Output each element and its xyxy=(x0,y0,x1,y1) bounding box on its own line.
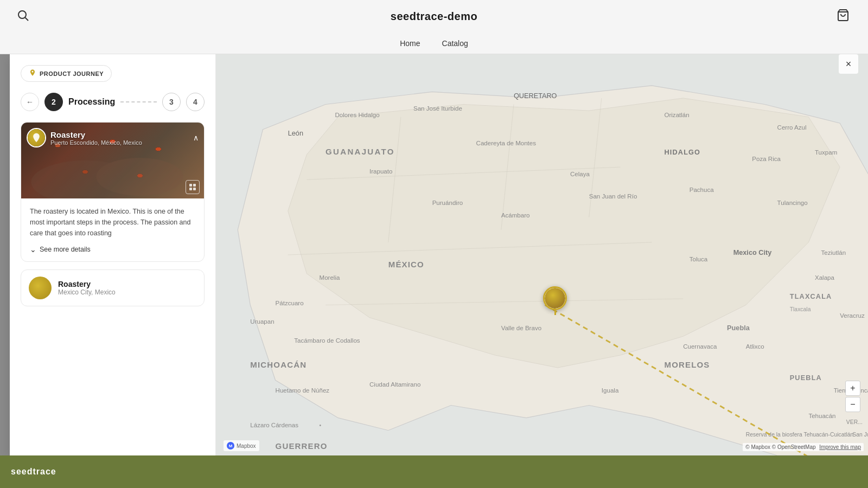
card-description: The roastery is located in Mexico. This … xyxy=(30,206,195,239)
step-2-number: 2 xyxy=(52,98,56,106)
svg-text:Cerro Azul: Cerro Azul xyxy=(777,124,807,131)
small-avatar xyxy=(29,277,52,299)
card-title: Roastery xyxy=(50,130,193,139)
svg-text:GUERRERO: GUERRERO xyxy=(276,441,328,451)
svg-text:Irapuato: Irapuato xyxy=(369,168,392,175)
zoom-in-button[interactable]: + xyxy=(845,381,860,396)
product-journey-modal: PRODUCT JOURNEY ← 2 Processing 3 4 xyxy=(10,54,868,455)
svg-text:Puruándiro: Puruándiro xyxy=(432,200,463,206)
svg-text:MICHOACÁN: MICHOACÁN xyxy=(250,360,307,369)
svg-line-1 xyxy=(25,18,29,21)
left-panel: PRODUCT JOURNEY ← 2 Processing 3 4 xyxy=(10,54,216,455)
mapbox-icon: M xyxy=(227,442,234,450)
product-journey-badge: PRODUCT JOURNEY xyxy=(21,65,112,82)
pin-icon xyxy=(29,69,36,78)
card-header: Roastery Puerto Escondido, México, Mexic… xyxy=(27,128,199,147)
svg-text:HIDALGO: HIDALGO xyxy=(664,148,700,156)
svg-text:Acámbaro: Acámbaro xyxy=(501,212,530,219)
svg-text:Ciudad Altamirano: Ciudad Altamirano xyxy=(369,381,420,388)
step-navigation: ← 2 Processing 3 4 xyxy=(21,93,205,111)
svg-text:Iguala: Iguala xyxy=(602,387,619,394)
step-4-number: 4 xyxy=(193,98,197,106)
expand-icon[interactable] xyxy=(186,180,200,194)
map-marker[interactable] xyxy=(543,286,567,315)
svg-text:Xalapa: Xalapa xyxy=(815,274,835,281)
svg-text:Cadereyta de Montes: Cadereyta de Montes xyxy=(476,140,537,146)
step-divider xyxy=(120,101,157,102)
svg-text:San Juan del Río: San Juan del Río xyxy=(589,193,637,200)
chevron-down-icon: ⌄ xyxy=(30,245,36,254)
search-icon[interactable] xyxy=(16,9,31,24)
back-arrow-icon: ← xyxy=(26,98,34,106)
step-active-label: Processing xyxy=(68,97,115,107)
map-attribution: © Mapbox © OpenStreetMap Improve this ma… xyxy=(743,443,864,451)
svg-text:PUEBLA: PUEBLA xyxy=(790,374,822,382)
avatar-image xyxy=(28,129,45,146)
svg-text:Tehuacán: Tehuacán xyxy=(808,413,835,419)
seedtrace-brand: seedtrace xyxy=(11,467,56,477)
svg-text:Tlaxcala: Tlaxcala xyxy=(790,306,811,312)
svg-text:Tulancingo: Tulancingo xyxy=(777,200,808,206)
svg-text:Lázaro Cárdenas: Lázaro Cárdenas xyxy=(250,422,298,428)
nav-home[interactable]: Home xyxy=(400,39,420,48)
card-collapse-icon[interactable]: ∧ xyxy=(193,133,199,142)
svg-text:GUANAJUATO: GUANAJUATO xyxy=(326,147,395,156)
svg-text:Tacámbaro de Codallos: Tacámbaro de Codallos xyxy=(294,337,360,344)
step-3-circle[interactable]: 3 xyxy=(162,93,181,111)
svg-text:Morelia: Morelia xyxy=(320,274,340,281)
top-bar: seedtrace-demo xyxy=(0,0,868,33)
svg-text:Celaya: Celaya xyxy=(570,171,590,177)
svg-text:Huetamo de Núñez: Huetamo de Núñez xyxy=(276,387,330,394)
improve-map-link[interactable]: Improve this map xyxy=(819,444,861,450)
map-area[interactable]: León Dolores Hidalgo San José Iturbide Q… xyxy=(216,54,868,455)
cart-icon[interactable] xyxy=(837,9,852,24)
svg-text:Toluca: Toluca xyxy=(690,256,708,262)
zoom-out-button[interactable]: − xyxy=(845,397,860,412)
nav-catalog[interactable]: Catalog xyxy=(442,39,468,48)
svg-text:León: León xyxy=(288,129,303,137)
svg-text:Puebla: Puebla xyxy=(727,324,750,332)
site-title: seedtrace-demo xyxy=(391,10,477,23)
close-button[interactable]: × xyxy=(839,54,858,74)
svg-point-0 xyxy=(18,11,26,18)
step-back-button[interactable]: ← xyxy=(21,93,39,111)
svg-text:•: • xyxy=(320,422,322,428)
svg-point-4 xyxy=(97,158,183,196)
mapbox-label: Mapbox xyxy=(237,443,256,449)
map-svg: León Dolores Hidalgo San José Iturbide Q… xyxy=(216,54,868,455)
bottom-footer: seedtrace xyxy=(0,455,868,488)
mapbox-logo: M Mapbox xyxy=(224,440,259,451)
svg-text:Teziutlán: Teziutlán xyxy=(821,249,846,256)
svg-text:QUERETARO: QUERETARO xyxy=(514,92,557,100)
badge-label: PRODUCT JOURNEY xyxy=(40,70,104,77)
card-image: Roastery Puerto Escondido, México, Mexic… xyxy=(21,123,204,198)
svg-text:MÉXICO: MÉXICO xyxy=(388,260,424,269)
svg-text:Dolores Hidalgo: Dolores Hidalgo xyxy=(335,112,379,118)
step-4-circle[interactable]: 4 xyxy=(186,93,205,111)
map-controls: + − xyxy=(845,381,860,412)
close-icon: × xyxy=(846,59,852,70)
small-card-info: Roastery Mexico City, Mexico xyxy=(58,280,196,296)
attribution-text: © Mapbox © OpenStreetMap Improve this ma… xyxy=(745,444,861,450)
small-card-title: Roastery xyxy=(58,280,196,288)
marker-pin xyxy=(554,310,556,315)
svg-text:Atlixco: Atlixco xyxy=(746,343,764,350)
see-more-button[interactable]: ⌄ See more details xyxy=(30,245,195,254)
svg-text:Tuxpam: Tuxpam xyxy=(815,149,837,156)
svg-text:Reserva de la biosfera Tehuacá: Reserva de la biosfera Tehuacán-Cuicatlá… xyxy=(746,432,854,438)
svg-text:Mexico City: Mexico City xyxy=(733,248,772,256)
marker-icon xyxy=(543,286,567,310)
nav-bar: Home Catalog xyxy=(0,33,868,54)
card-avatar xyxy=(27,128,46,147)
roastery-card-collapsed[interactable]: Roastery Mexico City, Mexico xyxy=(21,269,205,306)
see-more-label: See more details xyxy=(40,246,91,253)
step-2-circle[interactable]: 2 xyxy=(44,93,63,111)
svg-text:Cuernavaca: Cuernavaca xyxy=(683,343,717,350)
svg-text:Pátzcuaro: Pátzcuaro xyxy=(276,300,304,306)
svg-text:MORELOS: MORELOS xyxy=(664,360,710,369)
card-title-area: Roastery Puerto Escondido, México, Mexic… xyxy=(50,130,193,146)
svg-text:Poza Rica: Poza Rica xyxy=(752,156,781,162)
svg-text:San José Iturbide: San José Iturbide xyxy=(413,105,462,112)
svg-text:TLAXCALA: TLAXCALA xyxy=(790,292,832,300)
svg-text:Orizatlán: Orizatlán xyxy=(664,112,689,118)
